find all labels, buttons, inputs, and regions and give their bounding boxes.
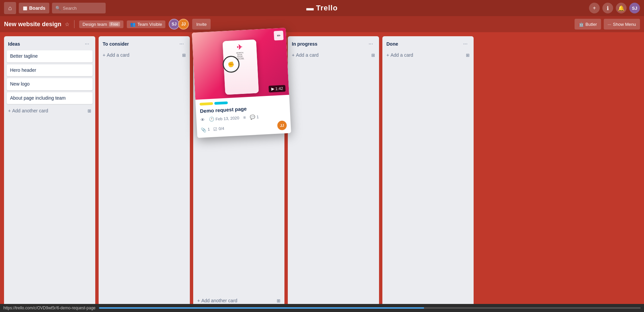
butler-icon: 🤖 bbox=[579, 22, 584, 27]
team-name: Design team bbox=[83, 22, 107, 27]
plus-icon-done: + bbox=[386, 52, 389, 58]
boards-label: Boards bbox=[29, 5, 45, 11]
notifications-button[interactable]: 🔔 bbox=[616, 3, 627, 13]
list-done-menu[interactable]: ··· bbox=[461, 40, 470, 48]
label-yellow bbox=[200, 102, 213, 106]
card-popup[interactable]: ✈ SEARCH,BOOK,TRAVEL,EXPLORE. ✊ ▶ 1:42 ✏… bbox=[192, 28, 291, 138]
add-card-row-done: + Add a card ⊞ bbox=[385, 50, 471, 60]
add-button[interactable]: + bbox=[589, 3, 600, 13]
search-placeholder: Search bbox=[63, 6, 76, 11]
trello-logo: ▬ Trello bbox=[306, 4, 338, 12]
copy-list-button-todo[interactable]: ⊞ bbox=[275, 297, 282, 305]
list-done: Done ··· + Add a card ⊞ bbox=[382, 36, 474, 308]
meta-watched: 👁 bbox=[200, 117, 205, 122]
meta-attachments: 📎 1 bbox=[201, 127, 210, 132]
show-menu-button[interactable]: ··· Show Menu bbox=[604, 19, 640, 30]
list-ideas-title: Ideas bbox=[8, 41, 20, 47]
card-extras: 📎 1 ☑ 0/4 bbox=[201, 126, 224, 132]
team-badge[interactable]: Design team Free bbox=[79, 20, 123, 28]
add-card-row-inprogress: + Add a card ⊞ bbox=[290, 50, 376, 60]
avatar-jj[interactable]: JJ bbox=[178, 19, 189, 30]
todo-spacer bbox=[196, 195, 282, 296]
user-avatar[interactable]: SJ bbox=[629, 3, 640, 13]
list-to-consider-menu[interactable]: ··· bbox=[177, 40, 186, 48]
list-in-progress: In progress ··· + Add a card ⊞ bbox=[288, 36, 379, 308]
status-bar: https://trello.com/c/OVD9wt5r/6-demo-req… bbox=[0, 304, 644, 312]
card-about-page[interactable]: About page including team bbox=[7, 92, 93, 104]
info-button[interactable]: ℹ bbox=[602, 3, 613, 13]
visibility-icon: 👥 bbox=[130, 22, 136, 27]
status-url: https://trello.com/c/OVD9wt5r/6-demo-req… bbox=[3, 306, 96, 310]
plus-icon-consider: + bbox=[103, 52, 105, 58]
star-button[interactable]: ☆ bbox=[65, 21, 69, 28]
visibility-badge[interactable]: 👥 Team Visible bbox=[127, 20, 165, 28]
search-bar[interactable]: 🔍 Search bbox=[52, 3, 106, 13]
list-ideas-menu[interactable]: ··· bbox=[83, 40, 91, 48]
clock-icon: 🕐 bbox=[209, 116, 214, 122]
card-date: Feb 13, 2020 bbox=[215, 115, 239, 121]
status-bar-fill bbox=[99, 307, 424, 309]
add-card-label-todo: Add another card bbox=[201, 298, 237, 303]
show-menu-label: Show Menu bbox=[613, 22, 636, 27]
board-title: New website design bbox=[4, 21, 61, 28]
list-ideas: Ideas ··· Better tagline Hero header New… bbox=[4, 36, 95, 308]
plus-icon-inprogress: + bbox=[292, 52, 294, 58]
attachment-icon: 📎 bbox=[201, 127, 207, 132]
member-avatars: SJ JJ bbox=[170, 19, 189, 30]
status-bar-progress bbox=[99, 307, 641, 309]
board-content: Ideas ··· Better tagline Hero header New… bbox=[0, 32, 644, 312]
list-to-consider: To consider ··· + Add a card ⊞ bbox=[99, 36, 190, 308]
copy-list-button-done[interactable]: ⊞ bbox=[465, 51, 471, 59]
checklist-icon: ☑ bbox=[213, 126, 217, 132]
card-popup-title: Demo request page bbox=[200, 104, 286, 114]
list-done-title: Done bbox=[386, 41, 398, 47]
edit-card-button[interactable]: ✏ bbox=[274, 31, 283, 40]
card-new-logo[interactable]: New logo bbox=[7, 78, 93, 90]
list-to-consider-header: To consider ··· bbox=[101, 39, 187, 50]
meta-checklist: ☑ 0/4 bbox=[213, 126, 224, 132]
card-hero-header[interactable]: Hero header bbox=[7, 64, 93, 76]
nav-right: + ℹ 🔔 SJ bbox=[589, 3, 640, 13]
copy-list-button-ideas[interactable]: ⊞ bbox=[86, 107, 93, 115]
search-icon: 🔍 bbox=[55, 6, 61, 11]
boards-button[interactable]: ▦ Boards bbox=[19, 3, 49, 13]
card-assignee-avatar[interactable]: JJ bbox=[277, 120, 287, 130]
header-right-actions: 🤖 Butler ··· Show Menu bbox=[575, 19, 640, 30]
add-card-label-ideas: Add another card bbox=[12, 108, 48, 113]
meta-date[interactable]: 🕐 Feb 13, 2020 bbox=[209, 115, 239, 122]
copy-list-button-consider[interactable]: ⊞ bbox=[181, 51, 187, 59]
show-menu-icon: ··· bbox=[608, 22, 611, 27]
visibility-label: Team Visible bbox=[138, 22, 162, 27]
list-to-consider-title: To consider bbox=[103, 41, 129, 47]
list-done-header: Done ··· bbox=[385, 39, 471, 50]
meta-comments: 💬 1 bbox=[250, 114, 259, 119]
plus-icon-todo: + bbox=[197, 298, 200, 303]
copy-list-button-inprogress[interactable]: ⊞ bbox=[370, 51, 376, 59]
video-badge: ▶ 1:42 bbox=[269, 85, 286, 93]
add-card-button-ideas[interactable]: + Add another card bbox=[7, 106, 86, 115]
add-card-label-inprogress: Add a card bbox=[296, 52, 319, 58]
card-better-tagline[interactable]: Better tagline bbox=[7, 50, 93, 62]
top-nav: ⌂ ▦ Boards 🔍 Search ▬ Trello + ℹ 🔔 SJ bbox=[0, 0, 644, 16]
list-in-progress-header: In progress ··· bbox=[290, 39, 376, 50]
comment-icon: 💬 bbox=[250, 114, 255, 120]
card-popup-body: Demo request page 👁 🕐 Feb 13, 2020 ≡ 💬 1 bbox=[195, 95, 291, 138]
video-time: ▶ 1:42 bbox=[271, 86, 283, 92]
add-card-button-inprogress[interactable]: + Add a card bbox=[290, 50, 370, 60]
eye-icon: 👁 bbox=[200, 117, 205, 122]
invite-button[interactable]: Invite bbox=[192, 19, 211, 30]
card-footer: 📎 1 ☑ 0/4 JJ bbox=[201, 120, 287, 134]
add-card-row-ideas: + Add another card ⊞ bbox=[7, 106, 93, 115]
card-popup-overlay: ✈ SEARCH,BOOK,TRAVEL,EXPLORE. ✊ ▶ 1:42 ✏… bbox=[192, 28, 291, 138]
home-button[interactable]: ⌂ bbox=[4, 2, 16, 14]
list-in-progress-menu[interactable]: ··· bbox=[367, 40, 375, 48]
list-ideas-header: Ideas ··· bbox=[7, 39, 93, 50]
add-card-button-consider[interactable]: + Add a card bbox=[101, 50, 181, 60]
cursor-icon: ✊ bbox=[228, 61, 235, 68]
add-card-label-done: Add a card bbox=[390, 52, 413, 58]
butler-button[interactable]: 🤖 Butler bbox=[575, 19, 601, 30]
trello-logo-text: Trello bbox=[316, 4, 338, 12]
add-card-button-done[interactable]: + Add a card bbox=[385, 50, 465, 60]
comment-count: 1 bbox=[256, 114, 259, 119]
description-icon: ≡ bbox=[243, 115, 246, 120]
